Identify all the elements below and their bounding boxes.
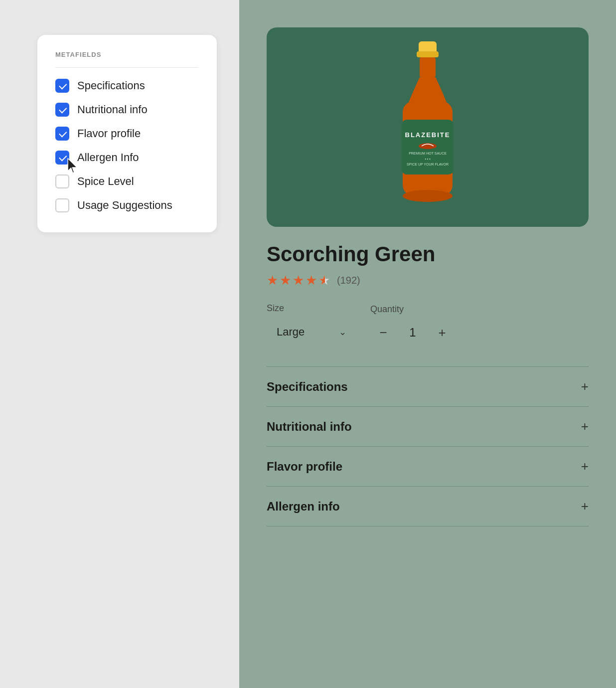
review-count: (192) bbox=[337, 275, 360, 286]
checkbox-list: Specifications Nutritional info Flavor p… bbox=[55, 79, 199, 212]
size-value: Large bbox=[277, 326, 305, 339]
checkbox-allergen-info[interactable] bbox=[55, 151, 69, 165]
checkbox-item-specifications[interactable]: Specifications bbox=[55, 79, 199, 93]
svg-text:SPICE UP YOUR FLAVOR: SPICE UP YOUR FLAVOR bbox=[407, 163, 449, 166]
accordion-expand-icon-allergen-info: + bbox=[581, 499, 589, 514]
svg-point-10 bbox=[403, 190, 453, 202]
accordion-item-nutritional-info[interactable]: Nutritional info + bbox=[267, 406, 589, 446]
size-label: Size bbox=[267, 303, 356, 314]
checkbox-label-specifications: Specifications bbox=[77, 79, 145, 92]
divider bbox=[55, 67, 199, 68]
accordion-expand-icon-specifications: + bbox=[581, 379, 589, 394]
svg-text:PREMIUM HOT SAUCE: PREMIUM HOT SAUCE bbox=[409, 152, 447, 155]
checkbox-item-allergen-info[interactable]: Allergen Info bbox=[55, 151, 199, 165]
metafields-card: METAFIELDS Specifications Nutritional in… bbox=[37, 35, 217, 232]
product-image-container: BLAZEBITE PREMIUM HOT SAUCE • • • SPICE … bbox=[267, 27, 589, 227]
bottle-illustration: BLAZEBITE PREMIUM HOT SAUCE • • • SPICE … bbox=[267, 27, 589, 227]
size-control-group: Size Large ⌄ bbox=[267, 303, 356, 345]
bottle-svg: BLAZEBITE PREMIUM HOT SAUCE • • • SPICE … bbox=[388, 37, 467, 217]
accordion-expand-icon-nutritional-info: + bbox=[581, 419, 589, 434]
accordion-item-flavor-profile[interactable]: Flavor profile + bbox=[267, 446, 589, 486]
checkbox-item-usage-suggestions[interactable]: Usage Suggestions bbox=[55, 198, 199, 212]
checkbox-label-usage-suggestions: Usage Suggestions bbox=[77, 199, 172, 212]
left-panel: METAFIELDS Specifications Nutritional in… bbox=[0, 0, 239, 688]
svg-rect-2 bbox=[420, 57, 436, 77]
checkbox-item-spice-level[interactable]: Spice Level bbox=[55, 174, 199, 188]
checkbox-item-nutritional-info[interactable]: Nutritional info bbox=[55, 103, 199, 117]
rating-row: ★ ★ ★ ★ ★ ★ (192) bbox=[267, 273, 589, 288]
product-name: Scorching Green bbox=[267, 243, 589, 266]
checkbox-spice-level[interactable] bbox=[55, 174, 69, 188]
quantity-label: Quantity bbox=[370, 304, 455, 315]
accordion-label-flavor-profile: Flavor profile bbox=[267, 460, 342, 474]
checkbox-label-allergen-info: Allergen Info bbox=[77, 151, 139, 164]
quantity-value: 1 bbox=[396, 326, 429, 340]
svg-text:BLAZEBITE: BLAZEBITE bbox=[405, 131, 451, 139]
accordion-item-allergen-info[interactable]: Allergen info + bbox=[267, 486, 589, 526]
star-rating: ★ ★ ★ ★ ★ ★ bbox=[267, 273, 330, 288]
accordion-list: Specifications + Nutritional info + Flav… bbox=[267, 366, 589, 526]
checkbox-label-nutritional-info: Nutritional info bbox=[77, 103, 148, 116]
svg-rect-1 bbox=[417, 51, 439, 57]
checkbox-label-spice-level: Spice Level bbox=[77, 175, 134, 188]
metafields-title: METAFIELDS bbox=[55, 51, 199, 58]
checkbox-label-flavor-profile: Flavor profile bbox=[77, 127, 141, 140]
size-select[interactable]: Large ⌄ bbox=[267, 319, 356, 345]
quantity-increase-button[interactable]: + bbox=[429, 320, 455, 345]
star-1: ★ bbox=[267, 273, 278, 288]
checkbox-nutritional-info[interactable] bbox=[55, 103, 69, 117]
accordion-expand-icon-flavor-profile: + bbox=[581, 459, 589, 474]
star-2: ★ bbox=[280, 273, 291, 288]
right-panel: BLAZEBITE PREMIUM HOT SAUCE • • • SPICE … bbox=[239, 0, 616, 688]
checkbox-flavor-profile[interactable] bbox=[55, 127, 69, 141]
quantity-stepper: − 1 + bbox=[370, 320, 455, 345]
star-4: ★ bbox=[306, 273, 317, 288]
checkbox-item-flavor-profile[interactable]: Flavor profile bbox=[55, 127, 199, 141]
chevron-down-icon: ⌄ bbox=[339, 327, 346, 338]
accordion-label-allergen-info: Allergen info bbox=[267, 500, 340, 514]
svg-text:• • •: • • • bbox=[425, 157, 431, 161]
checkbox-specifications[interactable] bbox=[55, 79, 69, 93]
checkbox-usage-suggestions[interactable] bbox=[55, 198, 69, 212]
accordion-label-nutritional-info: Nutritional info bbox=[267, 420, 352, 434]
accordion-label-specifications: Specifications bbox=[267, 380, 348, 394]
star-5-half: ★ ★ bbox=[318, 273, 330, 288]
quantity-control-group: Quantity − 1 + bbox=[370, 304, 455, 345]
accordion-item-specifications[interactable]: Specifications + bbox=[267, 366, 589, 406]
star-3: ★ bbox=[293, 273, 304, 288]
controls-row: Size Large ⌄ Quantity − 1 + bbox=[267, 303, 589, 345]
quantity-decrease-button[interactable]: − bbox=[370, 320, 396, 345]
